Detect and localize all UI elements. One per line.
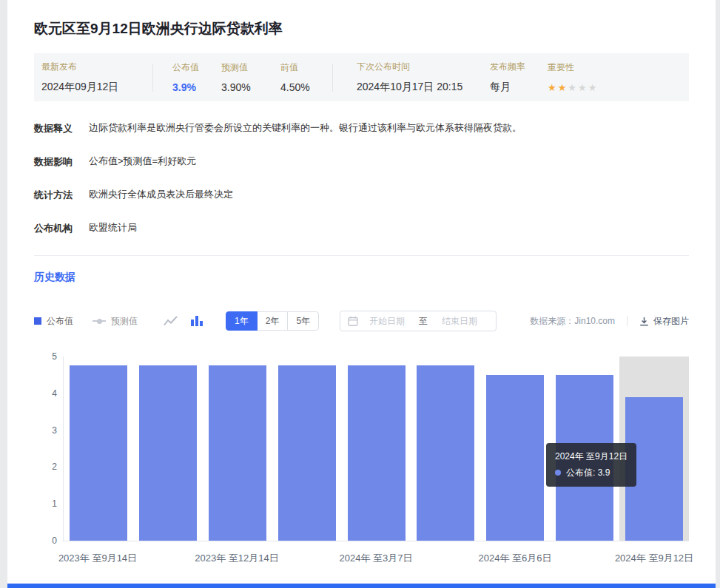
end-date-placeholder[interactable]: 结束日期 [431, 315, 488, 328]
info-label: 发布频率 [490, 61, 548, 73]
bar[interactable] [70, 365, 127, 541]
info-label: 前值 [280, 61, 332, 74]
calendar-icon [348, 316, 358, 326]
detail-text: 边际贷款利率是欧洲央行管委会所设立的关键利率的一种。银行通过该利率与欧元体系获得… [89, 122, 522, 135]
y-tick-label: 4 [52, 388, 57, 399]
data-description-section: 数据释义 边际贷款利率是欧洲央行管委会所设立的关键利率的一种。银行通过该利率与欧… [7, 122, 716, 235]
series-dot-icon [555, 470, 561, 476]
latest-release-summary-bar: 最新发布 2024年09月12日 公布值 3.9% 预测值 3.90% 前值 4… [34, 53, 689, 101]
latest-release-date: 2024年09月12日 [41, 81, 152, 94]
tooltip-value: 公布值: 3.9 [566, 467, 610, 478]
bar[interactable] [348, 365, 406, 541]
info-label: 公布值 [172, 61, 221, 74]
legend-square-icon [34, 317, 41, 325]
star-icon: ★ [568, 82, 576, 93]
info-label: 预测值 [221, 61, 280, 74]
bar[interactable] [486, 375, 544, 541]
forecast-value: 3.90% [221, 81, 280, 93]
info-col-published-value: 公布值 3.9% [172, 61, 221, 93]
footer-accent-strip [7, 584, 716, 588]
legend-published-value[interactable]: 公布值 [34, 315, 73, 328]
star-icon: ★ [588, 82, 597, 93]
bar-group[interactable] [480, 356, 550, 541]
download-icon [639, 317, 649, 326]
info-col-frequency: 发布频率 每月 [490, 61, 548, 94]
info-col-forecast-value: 预测值 3.90% [221, 61, 280, 93]
detail-label: 数据释义 [34, 122, 89, 135]
start-date-placeholder[interactable]: 开始日期 [358, 315, 416, 328]
x-tick-label: 2024年 至9月12日 [615, 552, 693, 565]
previous-value: 4.50% [280, 81, 332, 93]
bar-group[interactable] [342, 356, 411, 541]
legend-line-dot-icon [92, 320, 106, 322]
star-icon: ★ [558, 82, 567, 93]
bar[interactable] [139, 365, 197, 541]
x-tick-label: 2024年 至6月6日 [479, 552, 552, 565]
x-axis: 2023年 至9月14日2023年 至12月14日2024年 至3月7日2024… [63, 541, 689, 567]
info-label: 下次公布时间 [357, 61, 490, 73]
importance-stars: ★★★★★ [548, 81, 598, 93]
data-detail-page: 欧元区至9月12日欧洲央行边际贷款利率 最新发布 2024年09月12日 公布值… [7, 0, 716, 588]
date-range-separator: 至 [416, 315, 431, 328]
save-image-label: 保存图片 [653, 315, 689, 328]
detail-text: 公布值>预测值=利好欧元 [89, 155, 196, 169]
detail-row-definition: 数据释义 边际贷款利率是欧洲央行管委会所设立的关键利率的一种。银行通过该利率与欧… [34, 122, 689, 135]
x-tick-label: 2024年 至3月7日 [340, 552, 413, 565]
detail-row-method: 统计方法 欧洲央行全体成员表决后最终决定 [34, 189, 689, 202]
release-frequency: 每月 [490, 81, 548, 94]
next-release-time: 2024年10月17日 20:15 [357, 81, 490, 94]
info-col-next-release: 下次公布时间 2024年10月17日 20:15 [357, 61, 490, 94]
info-col-previous-value: 前值 4.50% [280, 61, 332, 93]
star-icon: ★ [578, 82, 587, 93]
legend-label: 公布值 [47, 315, 73, 328]
history-data-tab[interactable]: 历史数据 [34, 271, 75, 284]
legend-label: 预测值 [111, 315, 138, 328]
published-value: 3.9% [172, 81, 221, 93]
detail-row-impact: 数据影响 公布值>预测值=利好欧元 [34, 155, 689, 169]
bar-group[interactable] [272, 356, 342, 541]
y-tick-label: 3 [52, 425, 57, 436]
line-chart-icon[interactable] [164, 316, 178, 326]
range-button-1y[interactable]: 1年 [226, 311, 258, 331]
chart-toolbar: 公布值 预测值 1年 2年 5年 开始日期 至 结束日期 数据来源：Jin10.… [34, 311, 689, 331]
bar[interactable] [417, 365, 474, 541]
bar-group[interactable] [411, 356, 480, 541]
date-range-picker[interactable]: 开始日期 至 结束日期 [340, 311, 497, 331]
page-title: 欧元区至9月12日欧洲央行边际贷款利率 [7, 0, 716, 53]
save-image-button[interactable]: 保存图片 [639, 315, 689, 328]
bar-group[interactable] [133, 356, 203, 541]
section-divider [34, 255, 689, 256]
bar[interactable] [209, 365, 266, 541]
bar-group[interactable] [64, 356, 133, 541]
x-tick-label: 2023年 至12月14日 [195, 552, 278, 565]
detail-label: 公布机构 [34, 222, 89, 235]
chart-tooltip: 2024年 至9月12日 公布值: 3.9 [546, 443, 636, 487]
info-col-latest-release: 最新发布 2024年09月12日 [41, 61, 152, 94]
chart-plot: 2024年 至9月12日 公布值: 3.9 012345 [63, 356, 689, 541]
bar-chart-icon[interactable] [191, 316, 203, 326]
y-tick-label: 1 [52, 499, 57, 509]
bar-group[interactable] [203, 356, 272, 541]
history-bar-chart: 2024年 至9月12日 公布值: 3.9 012345 2023年 至9月14… [34, 356, 689, 567]
range-button-5y[interactable]: 5年 [287, 311, 319, 331]
star-icon: ★ [548, 82, 556, 93]
x-tick-label: 2023年 至9月14日 [58, 552, 137, 565]
detail-text: 欧洲央行全体成员表决后最终决定 [89, 189, 233, 202]
range-button-2y[interactable]: 2年 [257, 311, 289, 331]
tooltip-value-row: 公布值: 3.9 [555, 465, 628, 481]
legend-forecast-value[interactable]: 预测值 [92, 315, 138, 328]
data-source-text: 数据来源：Jin10.com [530, 315, 615, 328]
y-tick-label: 2 [52, 462, 57, 472]
info-col-importance: 重要性 ★★★★★ [548, 61, 598, 93]
y-tick-label: 5 [52, 351, 57, 362]
y-tick-label: 0 [52, 535, 57, 546]
detail-row-agency: 公布机构 欧盟统计局 [34, 222, 689, 235]
tooltip-title: 2024年 至9月12日 [555, 449, 628, 465]
detail-label: 统计方法 [34, 189, 89, 202]
info-label: 重要性 [548, 61, 598, 74]
vertical-divider [152, 64, 153, 92]
bar[interactable] [278, 365, 336, 541]
detail-label: 数据影响 [34, 155, 89, 169]
vertical-divider [332, 64, 333, 92]
info-label: 最新发布 [41, 61, 152, 73]
